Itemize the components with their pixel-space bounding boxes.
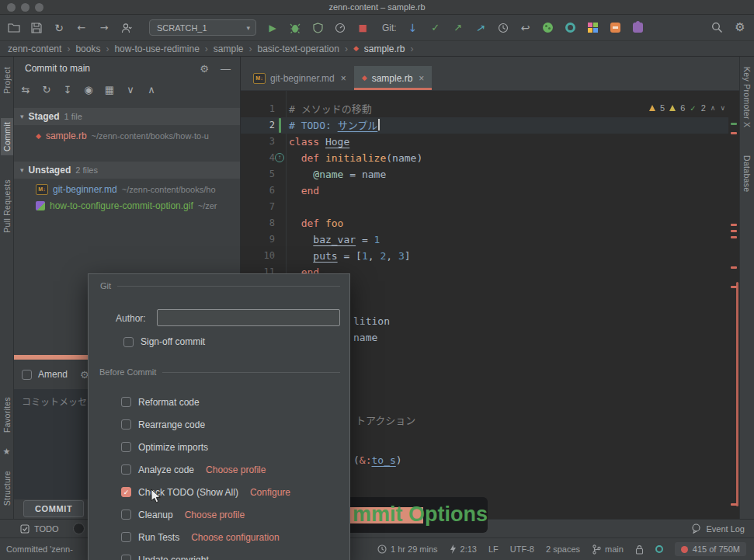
back-icon[interactable]: ← (75, 21, 88, 35)
search-icon[interactable] (711, 21, 723, 35)
line-number[interactable]: 1 (241, 101, 275, 117)
stop-button[interactable]: ■ (356, 21, 369, 35)
encoding-widget[interactable]: UTF-8 (510, 544, 534, 554)
option-checkbox[interactable]: ✓ (121, 487, 131, 497)
signoff-option-row[interactable]: Sign-off commit (123, 336, 205, 347)
git-push-button[interactable]: ↗ (452, 21, 464, 35)
amend-checkbox[interactable] (22, 370, 32, 380)
option-link[interactable]: Choose profile (185, 510, 245, 520)
run-button[interactable]: ▶ (266, 21, 279, 35)
commit-option-row-cleanup[interactable]: CleanupChoose profile (89, 503, 349, 526)
changes-group-header[interactable]: ▾Staged1 file (14, 108, 240, 125)
line-number[interactable]: 6 (241, 183, 275, 199)
run-configuration-select[interactable]: SCRATCH_1 ▾ (149, 19, 256, 36)
line-number[interactable]: 9 (241, 231, 275, 248)
preview-diff-eye-icon[interactable]: ◉ (82, 82, 96, 96)
inspections-widget[interactable]: 5 6 ✓ 2 ∧ ∨ (649, 103, 725, 113)
option-link[interactable]: Configure (250, 487, 290, 498)
breadcrumb-item[interactable]: sample (214, 43, 244, 54)
changed-file-row[interactable]: M↓git-beginner.md~/zenn-content/books/ho (14, 181, 240, 197)
plugin-icon-bug-green[interactable] (542, 21, 554, 35)
git-fetch-button[interactable]: → (471, 19, 489, 37)
tool-window-button-pull-requests[interactable]: Pull Requests (1, 176, 13, 237)
option-link[interactable]: Choose configuration (191, 532, 279, 543)
signoff-checkbox[interactable] (123, 337, 134, 347)
debug-button[interactable] (289, 21, 301, 35)
line-number[interactable]: 5 (241, 166, 275, 183)
indent-widget[interactable]: 2 spaces (546, 544, 580, 554)
notification-icon[interactable] (73, 523, 85, 534)
plugin-icon-puzzle[interactable] (632, 21, 645, 35)
commit-option-row-optimize-imports[interactable]: Optimize imports (89, 436, 349, 458)
tool-window-button-structure[interactable]: Structure (1, 467, 13, 510)
line-number[interactable]: 10 (241, 248, 275, 264)
line-number[interactable]: 4 (241, 150, 275, 166)
changes-group-header[interactable]: ▾Unstaged2 files (14, 162, 240, 179)
git-update-button[interactable]: ↓ (407, 21, 419, 35)
plugin-icon-orange[interactable] (610, 21, 622, 35)
hide-panel-icon[interactable]: — (221, 63, 231, 75)
group-by-icon[interactable]: ▦ (103, 82, 116, 96)
commit-option-row-run-tests[interactable]: Run TestsChoose configuration (89, 526, 349, 548)
override-gutter-icon[interactable]: ↑ (275, 153, 284, 162)
line-number[interactable]: 7 (241, 199, 275, 215)
option-checkbox[interactable] (121, 419, 131, 430)
breadcrumb-item[interactable]: how-to-use-redimine (114, 43, 199, 54)
lock-widget[interactable] (635, 544, 644, 555)
commit-button[interactable]: COMMIT (23, 500, 84, 517)
refresh-icon[interactable]: ↻ (40, 82, 54, 96)
line-ending-widget[interactable]: LF (488, 544, 499, 554)
window-minimize-button[interactable] (21, 3, 30, 12)
download-icon[interactable]: ↧ (61, 82, 75, 96)
commit-tab-title[interactable]: Commit to main (25, 63, 90, 74)
open-folder-icon[interactable] (8, 21, 20, 35)
prev-problem-icon[interactable]: ∧ (711, 104, 716, 112)
sync-icon[interactable]: ↻ (53, 21, 65, 35)
git-branch-widget[interactable]: main (592, 544, 624, 555)
commit-option-row-check-todo-show-all-[interactable]: ✓Check TODO (Show All)Configure (89, 481, 349, 503)
user-profile-icon[interactable] (120, 21, 133, 35)
line-number[interactable]: 2 (241, 117, 275, 134)
tool-window-button-project[interactable]: Project (1, 63, 13, 98)
changed-file-row[interactable]: how-to-configure-commit-option.gif~/zer (14, 197, 240, 214)
forward-icon[interactable]: → (98, 21, 110, 35)
option-checkbox[interactable] (121, 555, 131, 560)
save-icon[interactable] (30, 21, 43, 35)
option-checkbox[interactable] (121, 442, 131, 452)
swap-icon[interactable]: ⇆ (19, 82, 33, 96)
event-log-button[interactable]: Event Log (691, 523, 745, 534)
tool-window-button-favorites[interactable]: Favorites (1, 393, 13, 437)
changed-file-row[interactable]: ◆sample.rb~/zenn-content/books/how-to-u (14, 127, 240, 144)
window-close-button[interactable] (7, 3, 16, 12)
commit-option-row-rearrange-code[interactable]: Rearrange code (89, 413, 349, 436)
profiler-button[interactable] (334, 21, 346, 35)
amend-label[interactable]: Amend (38, 369, 68, 380)
panel-settings-gear-icon[interactable]: ⚙ (200, 63, 209, 75)
git-commit-button[interactable]: ✓ (429, 21, 442, 35)
option-link[interactable]: Choose profile (206, 464, 266, 475)
caret-position-widget[interactable]: 2:13 (450, 544, 477, 554)
rollback-button[interactable]: ↩ (519, 21, 532, 35)
collapse-all-icon[interactable]: ∧ (144, 82, 158, 96)
highlighting-level-widget[interactable] (655, 545, 663, 553)
commit-option-row-reformat-code[interactable]: Reformat code (89, 391, 349, 413)
author-input[interactable] (157, 309, 340, 326)
tool-window-button-database[interactable]: Database (741, 151, 753, 196)
commit-option-row-update-copyright[interactable]: Update copyright (89, 548, 349, 560)
time-tracker-widget[interactable]: 1 hr 29 mins (377, 544, 438, 554)
next-problem-icon[interactable]: ∨ (720, 104, 725, 112)
breadcrumb-item[interactable]: basic-text-operation (258, 43, 339, 54)
window-zoom-button[interactable] (35, 3, 43, 12)
commit-option-row-analyze-code[interactable]: Analyze codeChoose profile (89, 458, 349, 481)
tool-window-button-key-promoter-x[interactable]: Key Promoter X (741, 63, 753, 131)
history-button[interactable] (497, 21, 509, 35)
plugin-icon-tiles[interactable] (587, 21, 599, 35)
breadcrumb-item-file[interactable]: sample.rb (364, 43, 405, 54)
option-checkbox[interactable] (121, 397, 131, 407)
tool-window-button-commit[interactable]: Commit (1, 118, 13, 155)
memory-indicator[interactable]: 415 of 750M (675, 542, 746, 556)
coverage-button[interactable] (311, 21, 324, 35)
todo-tool-button[interactable]: TODO (20, 524, 59, 534)
line-number[interactable]: 8 (241, 215, 275, 231)
option-checkbox[interactable] (121, 464, 131, 475)
